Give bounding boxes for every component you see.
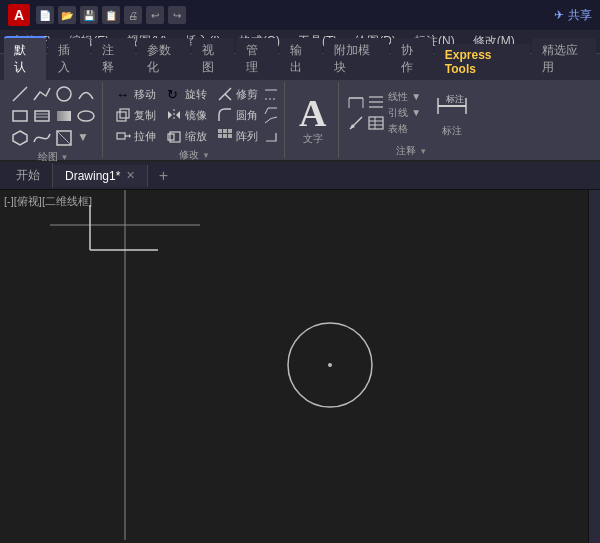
svg-rect-19 [120,109,129,118]
copy-icon [115,107,131,123]
move-btn[interactable]: ↔ 移动 [111,84,160,104]
scale-icon [166,128,182,144]
svg-rect-18 [117,112,126,121]
save-icon[interactable]: 💾 [80,6,98,24]
canvas-main[interactable]: [-][俯视][二维线框] [0,190,588,543]
title-bar-icons: 📄 📂 💾 📋 🖨 ↩ ↪ [36,6,186,24]
tab-view[interactable]: 视图 [192,38,234,80]
undo-icon[interactable]: ↩ [146,6,164,24]
saveas-icon[interactable]: 📋 [102,6,120,24]
svg-rect-32 [223,134,227,138]
ribbon-group-draw: ▼ 绘图 ▼ [4,82,103,158]
svg-rect-2 [13,111,27,121]
mirror-btn[interactable]: 镜像 [162,105,211,125]
svg-line-0 [13,87,27,101]
svg-rect-30 [228,129,232,133]
svg-rect-3 [35,111,49,121]
svg-point-1 [57,87,71,101]
array-btn[interactable]: 阵列 [213,126,262,146]
annotate-big-btn[interactable]: 标注 标注 [428,84,476,142]
svg-marker-8 [13,131,27,145]
ribbon-group-text: A 文字 [287,82,339,158]
rotate-icon: ↻ [166,86,182,102]
svg-rect-28 [218,129,222,133]
text-btn[interactable]: A 文字 [293,90,332,150]
dim-icon: 标注 [434,88,470,124]
region-shape [54,128,74,148]
tab-drawing1[interactable]: Drawing1* ✕ [53,165,148,187]
spline-shape [32,128,52,148]
modify-group-label[interactable]: 修改 ▼ [179,148,210,162]
tab-start[interactable]: 开始 [4,163,53,188]
stretch-icon [115,128,131,144]
fillet-btn[interactable]: 圆角 [213,105,262,125]
ribbon-tabs: 默认 插入 注释 参数化 视图 管理 输出 附加模块 协作 Express To… [0,54,600,80]
drawing-canvas[interactable] [0,190,588,543]
draw-group-label[interactable]: 绘图 ▼ [38,150,69,164]
new-icon[interactable]: 📄 [36,6,54,24]
table-icon [367,114,385,132]
svg-marker-22 [176,111,180,119]
print-icon[interactable]: 🖨 [124,6,142,24]
tab-featured[interactable]: 精选应用 [532,38,596,80]
modify-tools: ↔ 移动 ↻ 旋转 修剪 [111,84,278,146]
annotation-label-text: 注释 [396,144,416,158]
annotation-group-label[interactable]: 注释 ▼ [396,144,427,158]
scale-btn[interactable]: 缩放 [162,126,211,146]
hatch-shape [32,106,52,126]
tab-addmodule[interactable]: 附加模块 [324,38,388,80]
tab-default[interactable]: 默认 [4,36,46,80]
stretch-btn[interactable]: 拉伸 [111,126,160,146]
tab-express[interactable]: Express Tools [435,44,530,80]
tab-manage[interactable]: 管理 [236,38,278,80]
share-icon: ✈ [554,8,564,22]
ribbon-content: ▼ 绘图 ▼ ↔ 移动 ↻ 旋转 [0,80,600,162]
draw-label-text: 绘图 [38,150,58,164]
svg-rect-42 [369,117,383,129]
ellipse-shape [76,106,96,126]
tab-add-button[interactable]: + [152,165,174,187]
open-icon[interactable]: 📂 [58,6,76,24]
doc-tabs: 开始 Drawing1* ✕ + [0,162,600,190]
tab-output[interactable]: 输出 [280,38,322,80]
share-button[interactable]: ✈ 共享 [554,7,592,24]
svg-text:↔: ↔ [116,87,129,102]
rect-shape [10,106,30,126]
svg-rect-6 [57,111,71,121]
circle-shape [54,84,74,104]
svg-point-7 [78,111,94,121]
draw-tools: ▼ [10,84,96,148]
svg-text:▼: ▼ [77,130,89,144]
trim-btn[interactable]: 修剪 [213,84,262,104]
copy-btn[interactable]: 复制 [111,105,160,125]
svg-rect-23 [117,133,125,139]
text-label: 文字 [303,132,323,146]
svg-rect-29 [223,129,227,133]
tab-parametric[interactable]: 参数化 [137,38,190,80]
tab-drawing1-close[interactable]: ✕ [126,169,135,182]
line-shape [10,84,30,104]
svg-rect-33 [228,134,232,138]
redo-icon[interactable]: ↪ [168,6,186,24]
linear-dim-icon [347,94,365,112]
modify-label-text: 修改 [179,148,199,162]
svg-line-15 [225,94,231,100]
leader-icon [347,114,365,132]
blend-icon [264,116,278,124]
tab-insert[interactable]: 插入 [48,38,90,80]
svg-marker-21 [168,111,172,119]
tab-collab[interactable]: 协作 [391,38,433,80]
text-tools: A 文字 [293,84,332,156]
rotate-btn[interactable]: ↻ 旋转 [162,84,211,104]
tab-annotate[interactable]: 注释 [92,38,134,80]
vertical-scrollbar[interactable] [588,190,600,543]
svg-rect-31 [218,134,222,138]
circle-center [328,363,332,367]
modify-partial-icon [264,129,278,143]
more-draw-icon: ▼ [76,128,92,144]
svg-marker-25 [129,134,131,138]
canvas-wrapper: [-][俯视][二维线框] [0,190,600,543]
move-icon: ↔ [115,86,131,102]
annotation-expand-icon: ▼ [419,147,427,156]
gradient-shape [54,106,74,126]
